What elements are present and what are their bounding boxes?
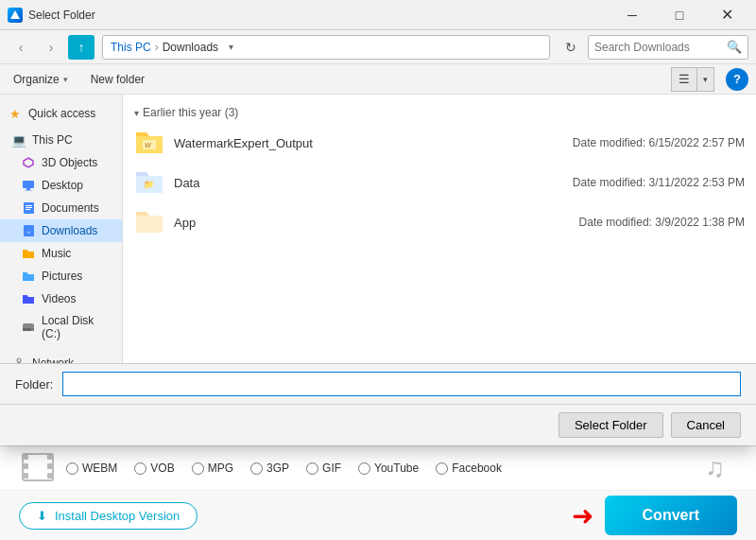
organize-chevron: ▾	[63, 75, 68, 84]
sidebar-item-documents[interactable]: Documents	[0, 197, 122, 219]
radio-vob[interactable]	[134, 462, 146, 475]
select-folder-dialog: Select Folder ─ □ ✕ ‹ › ↑ This PC › Down…	[0, 0, 756, 445]
radio-webm[interactable]	[66, 462, 78, 475]
format-webm[interactable]: WEBM	[66, 462, 117, 475]
format-youtube[interactable]: YouTube	[358, 462, 419, 475]
install-desktop-button[interactable]: ⬇ Install Desktop Version	[19, 502, 198, 530]
convert-button[interactable]: Convert	[605, 496, 737, 535]
select-folder-button[interactable]: Select Folder	[558, 412, 663, 438]
radio-youtube[interactable]	[358, 462, 370, 475]
file-name-data: Data	[174, 176, 563, 190]
new-folder-button[interactable]: New folder	[85, 70, 150, 89]
install-label: Install Desktop Version	[55, 509, 180, 523]
section-header[interactable]: ▾ Earlier this year (3)	[123, 102, 756, 123]
network-icon	[11, 356, 26, 363]
radio-gif[interactable]	[306, 462, 318, 475]
file-name-watermark: WatermarkExpert_Output	[174, 136, 563, 150]
dialog-title: Select Folder	[28, 9, 605, 22]
file-icon-watermark: W	[134, 128, 164, 158]
sidebar-item-this-pc[interactable]: 💻 This PC	[0, 129, 122, 151]
sidebar-item-downloads[interactable]: Downloads	[0, 219, 122, 242]
svg-rect-1	[23, 454, 28, 460]
sidebar-item-videos[interactable]: Videos	[0, 287, 122, 310]
format-vob-label: VOB	[150, 462, 174, 475]
format-3gp[interactable]: 3GP	[250, 462, 289, 475]
sidebar-item-local-disk[interactable]: Local Disk (C:)	[0, 310, 122, 344]
section-header-label: Earlier this year (3)	[143, 106, 238, 119]
svg-rect-5	[23, 473, 28, 479]
format-youtube-label: YouTube	[374, 462, 419, 475]
sidebar-item-network[interactable]: Network	[0, 352, 122, 363]
organize-menu[interactable]: Organize ▾	[8, 70, 74, 89]
quick-access-header[interactable]: ★ Quick access	[0, 102, 122, 125]
help-button[interactable]: ?	[726, 68, 748, 91]
file-name-app: App	[174, 216, 570, 230]
table-row[interactable]: W WatermarkExpert_Output Date modified: …	[123, 123, 756, 163]
search-input[interactable]	[594, 41, 723, 54]
breadcrumb-root[interactable]: This PC	[111, 41, 151, 54]
pc-icon: 💻	[11, 132, 26, 148]
breadcrumb-current: Downloads	[163, 41, 218, 54]
svg-rect-4	[47, 463, 53, 469]
format-gif[interactable]: GIF	[306, 462, 341, 475]
sidebar-item-pictures[interactable]: Pictures	[0, 265, 122, 287]
minimize-button[interactable]: ─	[610, 0, 654, 30]
radio-3gp[interactable]	[250, 462, 263, 475]
sidebar-item-music[interactable]: Music	[0, 242, 122, 265]
format-facebook[interactable]: Facebook	[436, 462, 502, 475]
videos-icon	[21, 291, 36, 306]
file-date-watermark: Date modified: 6/15/2022 2:57 PM	[573, 136, 745, 149]
refresh-button[interactable]: ↻	[558, 35, 584, 60]
svg-marker-8	[10, 10, 20, 19]
folder-input[interactable]	[62, 372, 741, 396]
sidebar-label-network: Network	[32, 357, 74, 363]
format-mpg[interactable]: MPG	[192, 462, 233, 475]
sidebar-label-this-pc: This PC	[32, 133, 73, 147]
radio-mpg[interactable]	[192, 462, 204, 475]
svg-rect-12	[25, 190, 32, 191]
navigation-bar: ‹ › ↑ This PC › Downloads ▾ ↻ 🔍	[0, 30, 756, 64]
quick-access-label: Quick access	[28, 107, 95, 120]
table-row[interactable]: App Date modified: 3/9/2022 1:38 PM	[123, 202, 756, 242]
close-button[interactable]: ✕	[705, 0, 748, 30]
svg-rect-15	[26, 207, 32, 208]
sidebar-label-desktop: Desktop	[42, 179, 83, 192]
search-button[interactable]: 🔍	[727, 40, 742, 54]
sidebar-label-downloads: Downloads	[42, 224, 97, 237]
svg-rect-17	[24, 225, 34, 236]
music-icon: ♫	[699, 448, 737, 486]
format-webm-label: WEBM	[82, 462, 117, 475]
cancel-button[interactable]: Cancel	[671, 412, 741, 438]
3d-objects-icon	[21, 155, 36, 170]
file-date-app: Date modified: 3/9/2022 1:38 PM	[579, 216, 745, 229]
format-vob[interactable]: VOB	[134, 462, 174, 475]
quick-access-section: ★ Quick access	[0, 102, 122, 125]
format-3gp-label: 3GP	[266, 462, 289, 475]
music-folder-icon	[21, 246, 36, 261]
content-area: ★ Quick access 💻 This PC 3D Objects	[0, 95, 756, 363]
pictures-icon	[21, 269, 36, 284]
breadcrumb-dropdown-button[interactable]: ▾	[222, 35, 239, 60]
organize-label: Organize	[13, 73, 60, 86]
svg-text:📁: 📁	[144, 179, 155, 190]
sidebar-item-3d-objects[interactable]: 3D Objects	[0, 151, 122, 174]
back-button[interactable]: ‹	[8, 35, 34, 60]
view-mode-button[interactable]: ☰	[671, 67, 697, 92]
sidebar-label-pictures: Pictures	[42, 270, 82, 283]
breadcrumb: This PC › Downloads ▾	[102, 35, 550, 60]
sidebar-item-desktop[interactable]: Desktop	[0, 174, 122, 197]
forward-button[interactable]: ›	[38, 35, 64, 60]
up-button[interactable]: ↑	[68, 35, 94, 60]
download-icon: ⬇	[37, 509, 47, 523]
svg-rect-16	[26, 209, 30, 210]
documents-icon	[21, 200, 36, 216]
radio-facebook[interactable]	[436, 462, 448, 475]
view-dropdown-button[interactable]: ▾	[697, 67, 714, 92]
app-icon	[8, 8, 23, 23]
file-date-data: Date modified: 3/11/2022 2:53 PM	[573, 176, 745, 189]
table-row[interactable]: 📁 Data Date modified: 3/11/2022 2:53 PM	[123, 163, 756, 202]
format-mpg-label: MPG	[208, 462, 233, 475]
film-icon	[19, 448, 57, 486]
maximize-button[interactable]: □	[658, 0, 701, 30]
this-pc-section: 💻 This PC 3D Objects Desktop	[0, 129, 122, 363]
